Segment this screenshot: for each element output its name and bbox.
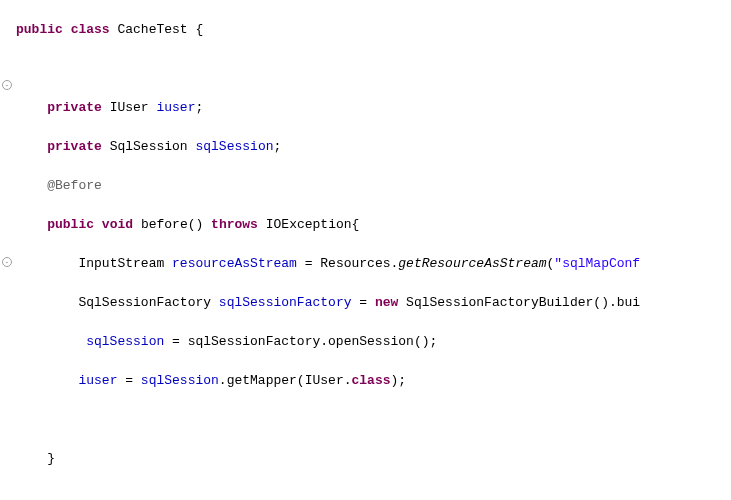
code-line: public void before() throws IOException{ (16, 215, 731, 235)
code-line (16, 488, 731, 501)
code-line: iuser = sqlSession.getMapper(IUser.class… (16, 371, 731, 391)
editor-gutter: - - (0, 0, 14, 500)
fold-icon[interactable]: - (2, 80, 12, 90)
code-editor: public class CacheTest { private IUser i… (14, 0, 731, 500)
code-line: sqlSession = sqlSessionFactory.openSessi… (16, 332, 731, 352)
code-line (16, 410, 731, 430)
code-line: private IUser iuser; (16, 98, 731, 118)
code-line: @Before (16, 176, 731, 196)
code-line: SqlSessionFactory sqlSessionFactory = ne… (16, 293, 731, 313)
code-line: private SqlSession sqlSession; (16, 137, 731, 157)
code-line: InputStream resourceAsStream = Resources… (16, 254, 731, 274)
fold-icon[interactable]: - (2, 257, 12, 267)
code-line: } (16, 449, 731, 469)
code-line: public class CacheTest { (16, 20, 731, 40)
code-line (16, 59, 731, 79)
